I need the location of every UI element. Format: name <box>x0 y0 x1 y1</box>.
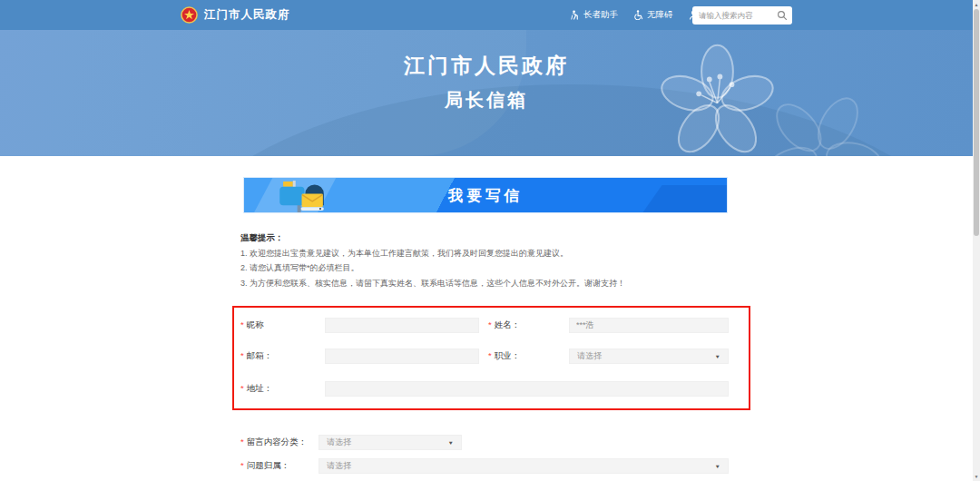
national-emblem-icon <box>181 6 198 24</box>
required-mark: * <box>240 460 244 470</box>
vertical-scrollbar[interactable]: ▲ ▼ <box>973 0 980 481</box>
email-label: *邮箱： <box>240 350 272 362</box>
search-icon[interactable] <box>777 10 788 21</box>
search-input[interactable] <box>699 11 777 20</box>
required-mark: * <box>240 319 244 329</box>
attribution-label: *问题归属： <box>240 460 289 472</box>
site-logo[interactable]: 江门市人民政府 <box>181 0 290 30</box>
nickname-label: *昵称 <box>240 319 264 331</box>
notice-line: 2. 请您认真填写带*的必填栏目。 <box>240 260 738 276</box>
occupation-select[interactable]: 请选择 ▼ <box>569 348 729 364</box>
accessibility-label: 无障碍 <box>647 9 673 21</box>
required-mark: * <box>240 383 244 393</box>
occupation-label: *职业： <box>488 350 520 362</box>
form-row-category: *留言内容分类： 请选择 ▼ <box>240 434 307 450</box>
accessibility-link[interactable]: 无障碍 <box>633 9 673 21</box>
scroll-down-button[interactable]: ▼ <box>973 472 980 481</box>
elder-assistant-label: 长者助手 <box>583 9 618 21</box>
hero-banner: 江门市人民政府 局长信箱 <box>0 30 973 156</box>
required-mark: * <box>240 437 244 447</box>
name-input[interactable] <box>569 318 729 333</box>
elder-assistant-link[interactable]: 长者助手 <box>570 9 618 21</box>
required-mark: * <box>488 319 492 329</box>
hero-title-line1: 江门市人民政府 <box>0 50 973 81</box>
site-name: 江门市人民政府 <box>204 7 290 23</box>
nickname-input[interactable] <box>325 318 479 333</box>
required-mark: * <box>240 350 244 360</box>
notice-block: 温馨提示： 1. 欢迎您提出宝贵意见建议，为本单位工作建言献策，我们将及时回复您… <box>240 231 738 290</box>
page: 江门市人民政府 长者助手 无障碍 <box>0 0 973 481</box>
hero-titles: 江门市人民政府 局长信箱 <box>0 50 973 113</box>
name-label: *姓名： <box>488 319 520 331</box>
write-letter-banner: 我要写信 <box>243 177 728 213</box>
write-letter-title: 我要写信 <box>244 178 727 213</box>
accessibility-icon <box>633 10 643 20</box>
scroll-up-button[interactable]: ▲ <box>973 0 980 9</box>
hero-title-line2: 局长信箱 <box>0 86 973 113</box>
form-row-address: *地址： <box>240 380 272 397</box>
chevron-down-icon: ▼ <box>715 353 720 358</box>
address-input[interactable] <box>325 381 729 397</box>
attribution-select[interactable]: 请选择 ▼ <box>318 458 729 474</box>
chevron-down-icon: ▼ <box>448 439 454 445</box>
notice-title: 温馨提示： <box>240 231 738 246</box>
address-label: *地址： <box>240 383 272 395</box>
required-mark: * <box>488 350 492 360</box>
scrollbar-thumb[interactable] <box>974 9 979 236</box>
chevron-down-icon: ▼ <box>715 463 720 468</box>
notice-line: 3. 为方便和您联系、核实信息，请留下真实姓名、联系电话等信息，这些个人信息不对… <box>240 276 738 291</box>
category-select[interactable]: 请选择 ▼ <box>318 435 462 450</box>
elder-icon <box>570 10 580 20</box>
category-label: *留言内容分类： <box>240 437 307 448</box>
form-row-attribution: *问题归属： 请选择 ▼ <box>240 457 289 474</box>
form-row-email-occupation: *邮箱： *职业： 请选择 ▼ <box>240 348 272 364</box>
email-input[interactable] <box>325 348 479 364</box>
category-selected-value: 请选择 <box>327 437 351 448</box>
attribution-selected-value: 请选择 <box>327 460 351 472</box>
notice-line: 1. 欢迎您提出宝贵意见建议，为本单位工作建言献策，我们将及时回复您提出的意见建… <box>240 246 738 261</box>
top-bar: 江门市人民政府 长者助手 无障碍 <box>0 0 973 30</box>
form-row-nickname-name: *昵称 *姓名： <box>240 317 264 333</box>
search-box <box>692 6 792 25</box>
occupation-selected-value: 请选择 <box>577 350 602 362</box>
